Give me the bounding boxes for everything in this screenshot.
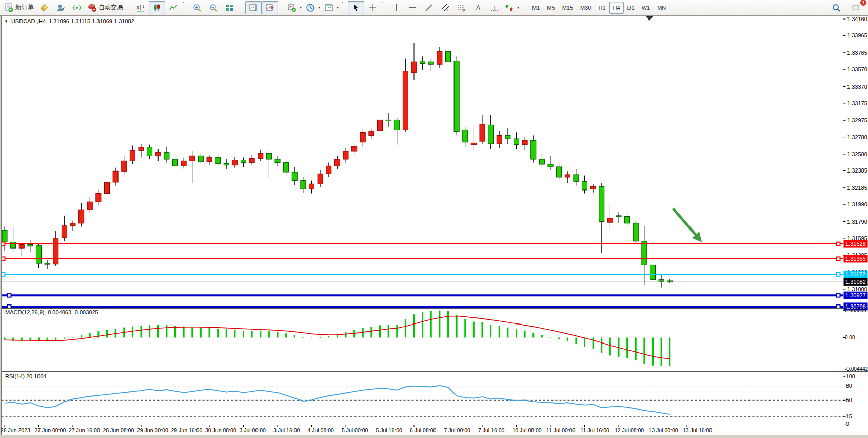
mt4-terminal: 新订单 自动交易 xyxy=(0,0,868,438)
price-axis-label: 1.31990 xyxy=(847,201,867,207)
bearish-candle xyxy=(616,216,621,217)
chart-symbol-period: USDCAD-,H4 xyxy=(11,18,46,24)
timeframe-button-mn[interactable]: MN xyxy=(654,2,669,14)
bullish-candle xyxy=(249,158,254,162)
zoom-out-button[interactable] xyxy=(205,1,222,14)
macd-histogram-bar xyxy=(396,325,398,338)
bullish-candle xyxy=(318,174,323,184)
crosshair-tool-button[interactable] xyxy=(364,1,381,14)
line-handle[interactable] xyxy=(2,257,5,260)
bullish-candle xyxy=(79,210,84,223)
timeframe-button-d1[interactable]: D1 xyxy=(624,2,638,14)
auto-scroll-button[interactable] xyxy=(245,1,262,14)
bullish-candle xyxy=(343,151,348,159)
new-order-button[interactable]: 新订单 xyxy=(2,1,36,14)
timeframe-button-w1[interactable]: W1 xyxy=(638,2,654,14)
macd-scale-label: -0.004442 xyxy=(845,366,868,372)
macd-histogram-bar xyxy=(268,331,270,337)
bearish-candle xyxy=(275,159,280,163)
line-handle[interactable] xyxy=(837,257,840,260)
bar-chart-mode-button[interactable] xyxy=(132,1,149,14)
crosshair-icon xyxy=(368,3,377,12)
timeframe-button-h1[interactable]: H1 xyxy=(595,2,609,14)
line-handle[interactable] xyxy=(837,242,840,246)
line-handle[interactable] xyxy=(8,304,11,308)
indicators-button[interactable]: ▾ xyxy=(285,1,304,14)
macd-histogram-bar xyxy=(464,319,466,337)
chevron-down-icon: ▾ xyxy=(318,5,320,10)
line-handle[interactable] xyxy=(837,304,840,308)
candlestick-icon xyxy=(152,3,162,12)
line-handle[interactable] xyxy=(837,294,840,297)
text-tool-button[interactable]: A xyxy=(470,1,486,14)
periods-button[interactable]: ▾ xyxy=(304,1,322,14)
text-label-tool-button[interactable]: T xyxy=(486,1,503,14)
chart-shift-button[interactable] xyxy=(262,1,278,14)
zoom-out-icon xyxy=(209,3,218,12)
navigator-button[interactable] xyxy=(52,1,69,14)
tile-windows-button[interactable] xyxy=(222,1,238,14)
line-chart-mode-button[interactable] xyxy=(165,1,182,14)
macd-histogram-bar xyxy=(141,326,142,338)
templates-button[interactable]: ▾ xyxy=(322,1,341,14)
price-level-badge-text: 1.31355 xyxy=(845,256,866,262)
notifications-button[interactable]: 1 xyxy=(847,1,864,14)
zoom-in-button[interactable] xyxy=(189,1,205,14)
search-button[interactable] xyxy=(828,1,844,14)
bearish-candle xyxy=(582,181,587,190)
bullish-candle xyxy=(113,171,118,182)
vertical-line-tool-button[interactable] xyxy=(388,1,404,14)
chart-ohlc-values: 1.31096 1.31115 1.31069 1.31082 xyxy=(49,18,134,24)
line-handle[interactable] xyxy=(2,273,5,276)
bearish-candle xyxy=(198,156,203,162)
candlestick-mode-button[interactable] xyxy=(149,1,165,14)
macd-histogram-bar xyxy=(132,327,133,338)
bullish-candle xyxy=(181,161,186,166)
signals-button[interactable] xyxy=(69,1,85,14)
date-axis-label: 27 Jun 16:00 xyxy=(69,427,100,433)
timeframe-button-h4[interactable]: H4 xyxy=(609,2,624,14)
macd-histogram-bar xyxy=(473,322,475,338)
bullish-candle xyxy=(207,158,212,162)
clock-icon xyxy=(306,3,315,12)
macd-histogram-bar xyxy=(499,326,500,338)
new-order-label: 新订单 xyxy=(15,3,34,12)
timeframe-button-m30[interactable]: M30 xyxy=(577,2,595,14)
macd-histogram-bar xyxy=(55,338,56,340)
channel-tool-button[interactable]: E xyxy=(437,1,453,14)
trendline-tool-button[interactable] xyxy=(421,1,437,14)
auto-scroll-icon xyxy=(249,3,258,12)
timeframe-button-m5[interactable]: M5 xyxy=(543,2,558,14)
arrows-tool-button[interactable]: ▾ xyxy=(503,1,521,14)
date-axis-label: 13 Jul 16:00 xyxy=(683,427,712,433)
bearish-candle xyxy=(454,61,459,132)
signals-icon xyxy=(72,3,82,12)
timeframe-button-m15[interactable]: M15 xyxy=(559,2,577,14)
price-axis-label: 1.33965 xyxy=(847,32,867,39)
macd-histogram-bar xyxy=(106,330,108,337)
autotrading-button[interactable]: 自动交易 xyxy=(85,1,125,14)
macd-histogram-bar xyxy=(234,330,235,337)
horizontal-line-tool-button[interactable] xyxy=(404,1,421,14)
macd-histogram-bar xyxy=(558,338,560,339)
bearish-candle xyxy=(2,230,7,242)
fibonacci-tool-button[interactable]: F xyxy=(453,1,470,14)
timeframe-button-m1[interactable]: M1 xyxy=(528,2,543,14)
line-handle[interactable] xyxy=(2,242,5,246)
bearish-candle xyxy=(625,217,630,223)
line-handle[interactable] xyxy=(837,273,840,276)
macd-histogram-bar xyxy=(516,329,517,337)
line-handle[interactable] xyxy=(8,294,11,297)
market-watch-button[interactable] xyxy=(36,1,52,14)
bullish-candle xyxy=(258,153,263,158)
autotrading-label: 自动交易 xyxy=(98,3,123,12)
date-axis-label: 27 Jun 00:00 xyxy=(35,427,66,433)
bearish-candle xyxy=(642,241,647,265)
macd-histogram-bar xyxy=(209,328,210,338)
bearish-candle xyxy=(539,159,544,164)
chart-plot[interactable]: 1.341601.339651.337651.335701.333701.331… xyxy=(0,15,868,438)
macd-histogram-bar xyxy=(64,338,65,339)
bullish-candle xyxy=(497,135,502,144)
cursor-tool-button[interactable] xyxy=(348,1,364,14)
bearish-candle xyxy=(420,61,425,64)
